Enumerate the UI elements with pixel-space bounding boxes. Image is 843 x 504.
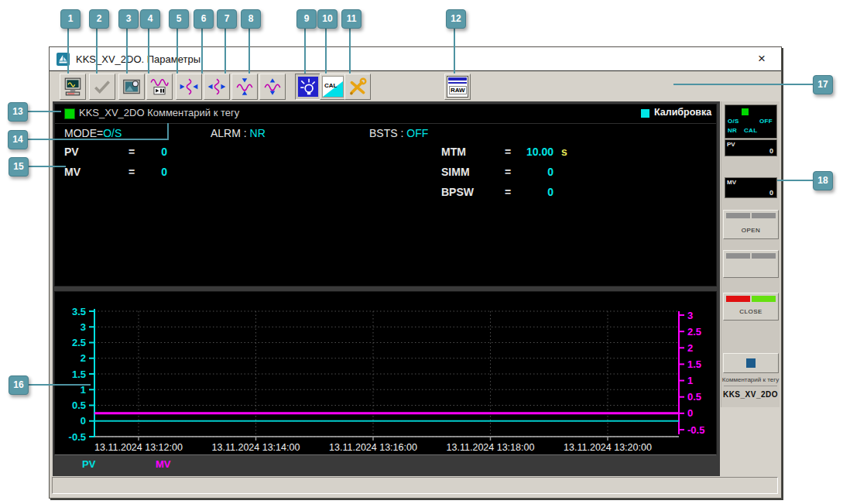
simm-value: 0 — [515, 166, 553, 178]
status-indicator — [742, 108, 749, 115]
alrm-value: NR — [250, 127, 266, 139]
calibration-button[interactable]: CAL — [320, 74, 346, 100]
svg-text:2.5: 2.5 — [72, 337, 86, 348]
bpsw-label: BPSW — [441, 186, 474, 198]
expand-time-icon — [207, 77, 227, 97]
status-bar — [52, 477, 778, 494]
callout-line — [248, 27, 250, 74]
tools-button[interactable] — [344, 74, 371, 100]
svg-text:-0.5: -0.5 — [687, 424, 704, 436]
callout-badge-5: 5 — [169, 9, 189, 29]
pv-box-value: 0 — [769, 147, 773, 155]
expand-time-button[interactable] — [204, 74, 230, 100]
callout-badge-16: 16 — [9, 375, 29, 395]
snapshot-icon — [122, 77, 142, 97]
svg-text:13.11.2024 13:20:00: 13.11.2024 13:20:00 — [564, 442, 652, 453]
equals-sign: = — [505, 166, 511, 178]
pv-value: 0 — [144, 146, 167, 158]
faceplate-window: KKS_XV_2DO. Параметры × — [49, 46, 782, 499]
bsts-value: OFF — [406, 127, 428, 139]
tools-icon — [348, 77, 368, 97]
compress-scale-button[interactable] — [231, 74, 258, 100]
callout-line — [176, 27, 178, 74]
pv-display-box: PV 0 — [725, 139, 777, 156]
state-bar — [726, 253, 750, 259]
title-bar: KKS_XV_2DO. Параметры × — [50, 47, 781, 71]
callout-line — [167, 123, 169, 140]
calibration-icon: CAL — [322, 76, 344, 98]
middle-button[interactable] — [723, 250, 779, 278]
open-state-bar — [726, 213, 750, 218]
tag-comment: KKS_XV_2DO Комментарий к тегу — [79, 107, 239, 118]
print-screen-button[interactable] — [60, 74, 86, 100]
svg-text:2: 2 — [81, 352, 86, 364]
stop-button[interactable] — [723, 353, 779, 373]
callout-line — [26, 384, 91, 386]
callout-line — [26, 111, 61, 112]
pv-box-label: PV — [727, 141, 735, 148]
equals-sign: = — [505, 146, 511, 158]
svg-text:3: 3 — [81, 321, 86, 333]
callout-badge-13: 13 — [8, 102, 28, 122]
mv-display-box: MV 0 — [725, 177, 777, 198]
expand-scale-button[interactable] — [259, 74, 286, 100]
close-valve-button[interactable]: CLOSE — [723, 293, 779, 321]
svg-text:3.5: 3.5 — [72, 306, 86, 317]
pv-label: PV — [64, 146, 79, 158]
mv-value: 0 — [144, 166, 167, 178]
expand-scale-icon — [262, 77, 283, 97]
snapshot-button[interactable] — [118, 74, 145, 100]
svg-text:1: 1 — [81, 384, 86, 396]
stop-icon — [746, 358, 756, 368]
trend-chart-panel: 3.532.521.510.50-0.532.521.510.50-0.513.… — [54, 291, 717, 455]
svg-text:1: 1 — [687, 375, 693, 386]
mode-label: MODE= — [64, 127, 103, 139]
svg-text:1.5: 1.5 — [72, 369, 86, 380]
equals-sign: = — [129, 146, 135, 158]
callout-line — [224, 27, 226, 74]
raw-titlebar2 — [448, 82, 467, 84]
mtm-value: 10.00 — [515, 146, 553, 158]
raw-data-button[interactable]: RAW — [444, 74, 471, 100]
status-cal: CAL — [744, 127, 757, 134]
close-button-label: CLOSE — [724, 308, 778, 315]
trend-run-pause-button[interactable] — [146, 74, 173, 100]
close-icon[interactable]: × — [753, 50, 770, 67]
callout-badge-12: 12 — [446, 9, 466, 29]
open-state-bar — [752, 213, 776, 218]
svg-text:1.5: 1.5 — [687, 358, 701, 370]
state-bar — [752, 253, 776, 259]
callout-line — [26, 139, 169, 140]
open-button-label: OPEN — [724, 227, 778, 234]
confirm-button[interactable] — [89, 74, 115, 100]
confirm-check-icon — [92, 77, 112, 97]
content-area: KKS_XV_2DO Комментарий к тегу Калибровка… — [53, 101, 720, 476]
callout-badge-15: 15 — [9, 157, 29, 177]
faceplate-comment: Комментарий к тегу — [721, 376, 780, 383]
close-state-bar-green — [752, 296, 776, 302]
callout-badge-7: 7 — [217, 9, 237, 29]
callout-badge-9: 9 — [296, 9, 317, 29]
alarm-lamp-button[interactable] — [295, 74, 321, 100]
svg-text:0.5: 0.5 — [72, 399, 86, 411]
svg-text:0.5: 0.5 — [687, 391, 701, 403]
svg-text:0: 0 — [81, 415, 86, 427]
compress-time-button[interactable] — [176, 74, 202, 100]
callout-line — [96, 27, 98, 74]
callout-line — [673, 84, 813, 85]
open-button[interactable]: OPEN — [723, 210, 779, 239]
close-state-bar-red — [726, 296, 750, 302]
trend-chart: 3.532.521.510.50-0.532.521.510.50-0.513.… — [55, 292, 716, 454]
mv-label: MV — [64, 166, 81, 178]
raw-titlebar — [448, 77, 467, 81]
screenshot-root: 1 2 3 4 5 6 7 8 9 10 11 12 13 14 15 16 1… — [0, 0, 843, 504]
alarm-lamp-icon — [298, 77, 318, 97]
svg-text:13.11.2024 13:14:00: 13.11.2024 13:14:00 — [212, 442, 300, 453]
mv-box-label: MV — [727, 179, 736, 186]
callout-badge-2: 2 — [89, 9, 109, 29]
svg-text:13.11.2024 13:18:00: 13.11.2024 13:18:00 — [447, 442, 535, 453]
callout-line — [325, 27, 327, 74]
callout-badge-6: 6 — [194, 9, 214, 29]
callout-line — [201, 27, 203, 74]
mtm-unit: s — [561, 146, 567, 158]
